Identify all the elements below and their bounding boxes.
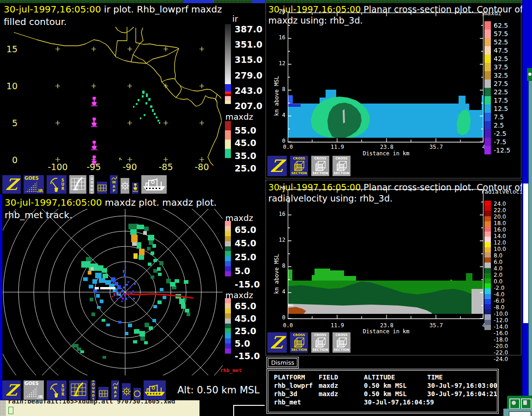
zebra-logo-button[interactable]: Z [267, 332, 287, 353]
satellite-beam-icon [25, 181, 37, 192]
ship-icon [142, 177, 166, 192]
xsec1-colorbar-ticks: 62.557.552.547.542.537.532.527.522.517.5… [494, 21, 510, 154]
gear-button[interactable] [121, 383, 131, 400]
map-button[interactable]: MAP [109, 175, 118, 194]
zebra-logo-button[interactable]: Z [2, 380, 21, 400]
ppi-colorbar2-ticks: 65.045.025.05.0-15.0 [235, 300, 260, 362]
maxdz-colorbar-label: maxdz [225, 112, 253, 122]
corner-window-content [509, 411, 531, 416]
window-menu-button[interactable] [509, 398, 520, 409]
ir-map-plot[interactable] [8, 27, 222, 166]
root-window-strip-left [0, 194, 2, 400]
circle-button[interactable] [133, 387, 141, 400]
toolbar-bottom: Z GOES.IR SUR BOUNDS MAP [2, 379, 166, 400]
ir-panel-title: 30-jul-1997,16:05:00 ir plot. Rhb_lowprf… [4, 4, 222, 15]
cross-section-button[interactable]: CROSS SECTION [332, 155, 351, 177]
xsec2-colorbar-ticks: 24.022.020.018.016.014.012.010.08.06.04.… [494, 201, 508, 330]
grid-icon [99, 390, 108, 397]
zebra-logo-button[interactable]: Z [267, 155, 287, 177]
table-row: rhb_3dmaxdz0.50 km MSL30-Jul-97,16:04:21 [274, 390, 497, 398]
cross-section-button-active[interactable]: CROSS SECTION [290, 155, 308, 177]
altitude-readout: Alt: 0.50 km MSL [177, 385, 260, 396]
xsec2-plot[interactable] [288, 189, 484, 321]
ship-button[interactable] [141, 175, 167, 194]
panel-ir-map: 30-jul-1997,16:05:00 ir plot. Rhb_lowprf… [0, 0, 263, 194]
ship-icon [144, 382, 166, 398]
xsec2-y-axis-title: km above MSL [273, 225, 280, 294]
radar-dish-icon [49, 177, 60, 192]
ship-button[interactable] [143, 380, 166, 400]
grid-radar-icon [70, 381, 87, 399]
maxdz-colorbar-ticks: 55.045.035.025.0 [235, 124, 256, 175]
goes-ir-button[interactable]: GOES.IR [23, 175, 44, 194]
map-button[interactable]: MAP [111, 380, 120, 400]
buoy-button[interactable] [132, 182, 139, 194]
cross-section-button-active[interactable]: CROSS SECTION [290, 332, 308, 353]
xsec2-x-labels: 0.011.923.835.747 [263, 322, 510, 329]
ppi-colorbar2 [225, 298, 231, 354]
dismiss-button[interactable]: Dismiss [268, 358, 297, 367]
platform-status-window: PLATFORMFIELDALTITUDETIME rhb_lowprfmaxd… [266, 369, 499, 414]
cross-section-button[interactable]: CROSS SECTION [311, 332, 330, 353]
terminal-window[interactable]: rain:beaufait:165>xdump.all 970730.1605.… [6, 400, 200, 416]
map-squiggle-icon [111, 176, 117, 180]
platform-status-table: PLATFORMFIELDALTITUDETIME rhb_lowprfmaxd… [268, 370, 497, 412]
maxdz-colorbar [225, 121, 231, 158]
panel-radar-ppi: 30-jul-1997,16:05:00 maxdz plot. maxdz p… [0, 194, 263, 401]
ppi-plot[interactable] [3, 209, 223, 375]
cross-section-button[interactable]: CROSS SECTION [332, 332, 351, 353]
terminal-scrollbar[interactable] [0, 400, 6, 416]
gear-icon [121, 181, 130, 190]
ir-colorbar-ticks: 387.0351.0315.0279.0243.0207.0 [235, 21, 262, 114]
surveillance-radar-button[interactable]: SUR [46, 175, 67, 194]
window-doc-button[interactable] [521, 398, 532, 409]
xsec1-toolbar: Z CROSS SECTION CROSS SECTION CROSS SECT… [267, 155, 351, 177]
xsec1-colorbar-label: maxdz [484, 10, 502, 17]
grid-icon [97, 184, 107, 191]
bounds-button[interactable]: BOUNDS [89, 175, 95, 194]
background-scrollbar[interactable] [523, 184, 528, 323]
small-grid-button[interactable] [98, 386, 109, 400]
xsec1-y-axis-title: km above MSL [273, 47, 280, 116]
small-grid-button[interactable] [97, 181, 108, 194]
bounds-button[interactable]: BOUNDS [90, 380, 96, 400]
table-header-row: PLATFORMFIELDALTITUDETIME [274, 373, 497, 382]
map-grid-crosses [55, 47, 204, 162]
xsec1-x-labels: 0.011.923.835.747 [263, 144, 510, 150]
gear-icon [122, 387, 131, 396]
ir-cloud-specks [133, 91, 160, 124]
ir-colorbar-gradient [225, 24, 231, 84]
timestamp: 30-jul-1997,16:05:00 [5, 197, 102, 208]
xsec1-x-axis-title: Distance in km [349, 150, 423, 157]
ppi-colorbar1-ticks: 65.045.025.05.0-15.0 [235, 223, 260, 291]
zebra-z-icon: Z [270, 336, 284, 349]
map-y-axis-labels: 151050 [3, 44, 18, 192]
background-window-strip-blue2 [252, 0, 266, 3]
ir-colorbar [225, 24, 231, 104]
grid-radar-button[interactable] [69, 175, 87, 194]
corner-window-body [503, 409, 532, 416]
toolbar-top: Z GOES.IR SUR BOUNDS MAP [2, 174, 167, 194]
table-body: rhb_lowprfmaxdz0.50 km MSL30-Jul-97,16:0… [274, 382, 497, 407]
xsec2-toolbar: Z CROSS SECTION CROSS SECTION CROSS SECT… [267, 331, 351, 353]
grid-radar-button[interactable] [69, 380, 88, 400]
xsec1-plot[interactable] [288, 12, 484, 143]
cube-icon [314, 160, 327, 171]
buoy-symbols [91, 97, 97, 165]
satellite-beam-icon [25, 386, 37, 398]
ppi-colorbar1 [225, 221, 231, 276]
background-window-frame-right [528, 81, 532, 402]
cross-section-button[interactable]: CROSS SECTION [311, 155, 330, 177]
map-x-axis-labels: -100-95-90-85-80 [40, 162, 220, 172]
window-button-icon[interactable] [528, 73, 532, 76]
goes-ir-button[interactable]: GOES.IR [23, 380, 44, 400]
xsec1-contours [288, 90, 483, 138]
surveillance-radar-button[interactable]: SUR [46, 380, 67, 400]
xsec2-colorbar [484, 201, 491, 330]
background-window-titlebar-fragment [527, 68, 532, 81]
cube-icon [335, 337, 349, 348]
gear-button[interactable] [120, 177, 130, 194]
zebra-logo-button[interactable]: Z [2, 175, 21, 194]
ppi-panel-title: 30-jul-1997,16:05:00 maxdz plot. maxdz p… [5, 197, 217, 208]
coastlines [14, 27, 222, 165]
